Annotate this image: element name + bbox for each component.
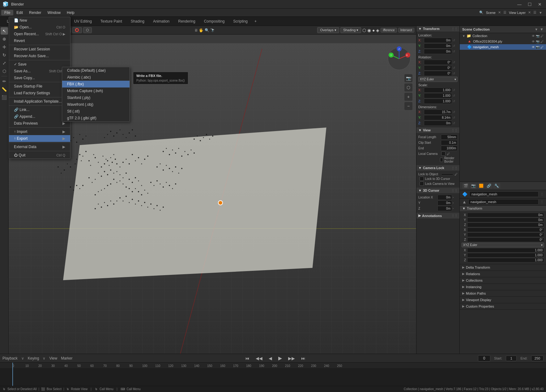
loc-y-value[interactable]: 0m (424, 43, 452, 49)
relations-header[interactable]: ▶ Relations (460, 271, 546, 277)
obj-rot-y[interactable]: 0° (467, 232, 544, 237)
focal-length-value[interactable]: 50mm (441, 134, 458, 140)
obj-scale-x[interactable]: 1.000 (467, 248, 544, 253)
prop-icon-render[interactable]: 📷 (470, 183, 477, 189)
menu-window[interactable]: Window (44, 10, 64, 15)
viewport-display-header[interactable]: ▶ Viewport Display (460, 297, 546, 303)
export-stl[interactable]: Stl (.stl) (62, 108, 130, 115)
fm-import[interactable]: ↑ Import ▶ (9, 128, 70, 135)
intersect-button[interactable]: Intersect (398, 28, 414, 32)
clip-end-value[interactable]: 1000m (441, 146, 458, 151)
outliner-filter-icon[interactable]: ▼ (540, 27, 544, 32)
prop-icon-object[interactable]: 🟧 (478, 183, 485, 189)
fm-revert[interactable]: Revert (9, 37, 70, 44)
tab-rendering[interactable]: Rendering (174, 18, 199, 25)
fm-recover-auto[interactable]: Recover Auto Save... (9, 53, 70, 59)
obj-scale-z[interactable]: 1.000 (467, 258, 544, 262)
loc-z-value[interactable]: 0m (424, 49, 452, 54)
tool-add-cube[interactable]: ⬛ (1, 94, 8, 101)
lock-to-object-input[interactable] (441, 173, 453, 175)
rot-x-value[interactable]: 0° (424, 60, 452, 65)
annotations-section-header[interactable]: ▶ Annotations ⋮⋮ (416, 213, 459, 219)
transform-pivot-button[interactable]: ⬡ (83, 27, 92, 33)
obj-loc-z[interactable]: 0m (467, 223, 544, 227)
loc-y-reset[interactable]: ↺ (453, 44, 458, 48)
export-gltf[interactable]: gTF 2.0 (.glb/.gltf) (62, 115, 130, 121)
dim-z-value[interactable]: 0m (424, 121, 452, 126)
tool-transform[interactable]: ⬡ (1, 67, 8, 75)
obj-rot-z[interactable]: 0° (467, 237, 544, 242)
tool-scale[interactable]: ⤢ (1, 59, 8, 67)
tab-shading[interactable]: Shading (126, 18, 149, 25)
prop-icon-modifier[interactable]: 🔧 (493, 183, 500, 189)
menu-help[interactable]: Help (64, 10, 78, 15)
object-name-input[interactable]: navigation_mesh (469, 191, 539, 197)
outliner-item-nav-mesh[interactable]: 🔷 navigation_mesh 👁 📷 🖊 (460, 44, 546, 50)
proportional-edit-button[interactable]: ⭕ (72, 27, 82, 33)
cursor-3d-section-header[interactable]: ▼ 3D Cursor ⋮⋮ (416, 188, 459, 193)
fm-save[interactable]: ✓ Save (9, 61, 70, 68)
cursor-x-value[interactable]: 0m (437, 195, 452, 200)
tab-uv-editing[interactable]: UV Editing (70, 18, 96, 25)
playback-jump-end[interactable]: ⏭ (300, 356, 307, 361)
difference-button[interactable]: ifference (381, 28, 397, 32)
fm-append[interactable]: 🔗 Append... (9, 113, 70, 120)
tab-scripting[interactable]: Scripting (229, 18, 252, 25)
view-perspective-btn[interactable]: ⬡ (404, 83, 412, 92)
fm-new[interactable]: 📄 New (9, 17, 70, 24)
timeline-marker-menu[interactable]: Marker (61, 356, 72, 360)
add-workspace-button[interactable]: + (252, 18, 259, 25)
playback-jump-start[interactable]: ⏮ (244, 356, 251, 361)
camera-lock-section-header[interactable]: ▼ Camera Lock ⋮⋮ (416, 165, 459, 171)
loc-z-reset[interactable]: ↺ (453, 50, 458, 53)
shading-button[interactable]: Shading ▾ (340, 27, 361, 33)
close-button[interactable]: ✕ (536, 1, 544, 7)
scale-x-value[interactable]: 1.000 (424, 87, 452, 93)
prop-icon-scene[interactable]: 🎬 (462, 183, 469, 189)
obj-loc-x[interactable]: 0m (467, 213, 544, 217)
outliner-item-ply[interactable]: 🔺 Office20190304.ply 👁 📷 🖊 (460, 39, 546, 44)
end-frame-input[interactable]: 250 (531, 356, 544, 361)
view-zoom-in-btn[interactable]: + (404, 93, 412, 101)
tool-annotate[interactable]: ✏ (1, 78, 8, 85)
timeline-scrubber[interactable]: 0 10 20 30 40 50 60 70 80 90 100 110 120… (0, 363, 546, 386)
export-wavefront[interactable]: Wavefront (.obj) (62, 101, 130, 108)
export-alembic[interactable]: Alembic (.abc) (62, 74, 130, 81)
fm-load-factory[interactable]: Load Factory Settings (9, 90, 70, 96)
delta-transform-header[interactable]: ▶ Delta Transform (460, 264, 546, 271)
playback-prev[interactable]: ◀ (267, 356, 273, 361)
tool-cursor[interactable]: ⊕ (1, 35, 8, 43)
playback-next[interactable]: ▶▶ (287, 356, 296, 361)
view-camera-btn[interactable]: 📷 (404, 74, 412, 82)
menu-render[interactable]: Render (26, 10, 44, 15)
obj-transform-header[interactable]: ▼Transform (460, 206, 546, 211)
loc-x-reset[interactable]: ↺ (453, 39, 458, 42)
export-motion-capture[interactable]: Motion Capture (.bvh) (62, 87, 130, 94)
fm-save-startup[interactable]: Save Startup File (9, 83, 70, 90)
fm-open-recent[interactable]: Open Recent... Shift Ctrl O ▶ (9, 31, 70, 37)
fm-install-template[interactable]: Install Application Template... (9, 98, 70, 105)
export-stanford[interactable]: Stanford (.ply) (62, 94, 130, 101)
current-frame-display[interactable]: 0 (478, 355, 490, 361)
timeline-playback-menu[interactable]: Playback (2, 356, 18, 360)
cursor-z-value[interactable]: 0m (437, 206, 452, 211)
custom-properties-header[interactable]: ▶ Custom Properties (460, 303, 546, 309)
tool-move[interactable]: ✛ (1, 43, 8, 51)
playback-play-pause[interactable]: ▶ (277, 355, 283, 361)
scale-y-value[interactable]: 1.000 (424, 93, 452, 98)
obj-scale-y[interactable]: 1.000 (467, 253, 544, 258)
data-name-input[interactable]: navigation_mesh (468, 199, 539, 205)
overlays-button[interactable]: Overlays ▾ (317, 27, 339, 33)
lock-camera-to-view-checkbox[interactable] (420, 181, 424, 186)
fm-data-previews[interactable]: Data Previews ▶ (9, 120, 70, 127)
minimize-button[interactable]: — (515, 1, 523, 7)
timeline-frame-area[interactable] (0, 368, 546, 386)
fm-quit[interactable]: ⏻ Quit Ctrl Q (9, 152, 70, 159)
playback-prev-frame[interactable]: ◀◀ (254, 356, 264, 361)
transform-section-header[interactable]: ▼ Transform ⋮⋮ (416, 26, 459, 32)
fm-link[interactable]: 🔗 Link... (9, 106, 70, 113)
obj-rot-x[interactable]: 0° (467, 228, 544, 232)
tool-select[interactable]: ↖ (1, 27, 8, 35)
tab-compositing[interactable]: Compositing (200, 18, 229, 25)
instancing-header[interactable]: ▶ Instancing (460, 284, 546, 290)
